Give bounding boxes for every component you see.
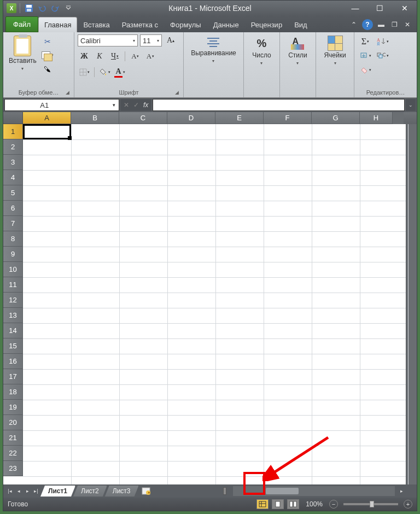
col-header-F[interactable]: F: [264, 112, 312, 124]
row-header-2[interactable]: 2: [3, 139, 23, 155]
fx-button[interactable]: fx: [143, 101, 148, 109]
col-header-H[interactable]: H: [360, 112, 393, 124]
horizontal-split-handle[interactable]: [220, 486, 231, 496]
workbook-minimize-button[interactable]: ▬: [376, 20, 386, 30]
col-header-B[interactable]: B: [71, 112, 119, 124]
tab-data[interactable]: Данные: [207, 17, 245, 32]
autosum-button[interactable]: Σ▾: [359, 36, 372, 48]
zoom-slider[interactable]: [343, 503, 398, 505]
fill-button[interactable]: ▾: [359, 50, 372, 62]
cells-area[interactable]: [23, 124, 406, 484]
clipboard-launcher[interactable]: ◢: [64, 90, 71, 96]
row-header-4[interactable]: 4: [3, 170, 23, 185]
sheet-tab-2[interactable]: Лист2: [73, 486, 107, 497]
excel-app-icon[interactable]: X: [7, 3, 16, 13]
sheet-nav-next[interactable]: ▸: [23, 486, 32, 496]
qat-redo-button[interactable]: [50, 3, 61, 14]
hscroll-right[interactable]: ▸: [397, 486, 406, 496]
fill-color-button[interactable]: ▾: [98, 66, 111, 78]
sheet-tab-1[interactable]: Лист1: [40, 486, 75, 497]
close-button[interactable]: ✕: [392, 1, 417, 16]
zoom-level[interactable]: 100%: [306, 500, 323, 508]
number-button[interactable]: Число▾: [250, 34, 273, 67]
vertical-scrollbar[interactable]: [406, 124, 417, 484]
italic-button[interactable]: К: [93, 50, 106, 62]
bold-button[interactable]: Ж: [78, 50, 91, 62]
row-header-23[interactable]: 23: [3, 461, 23, 476]
row-header-18[interactable]: 18: [3, 384, 23, 400]
font-size-combo[interactable]: 11▾: [140, 34, 162, 46]
view-page-break-button[interactable]: [287, 499, 299, 509]
row-header-1[interactable]: 1: [3, 124, 23, 139]
row-header-11[interactable]: 11: [3, 277, 23, 293]
sheet-nav-prev[interactable]: ◂: [14, 486, 23, 496]
sheet-nav-first[interactable]: |◂: [5, 486, 14, 496]
row-header-16[interactable]: 16: [3, 354, 23, 369]
grow-font-button[interactable]: A▴: [164, 34, 177, 46]
row-header-21[interactable]: 21: [3, 430, 23, 446]
formula-input[interactable]: [153, 99, 405, 111]
font-color-button[interactable]: A▾: [113, 66, 126, 78]
new-sheet-button[interactable]: ✶: [139, 486, 154, 496]
col-header-G[interactable]: G: [312, 112, 360, 124]
col-header-D[interactable]: D: [167, 112, 215, 124]
workbook-restore-button[interactable]: ❐: [389, 20, 399, 30]
tab-review[interactable]: Рецензир: [245, 17, 289, 32]
sort-filter-button[interactable]: AЯ▾: [376, 36, 389, 48]
maximize-button[interactable]: ☐: [368, 1, 392, 16]
minimize-button[interactable]: —: [343, 1, 368, 16]
tab-insert[interactable]: Вставка: [77, 17, 115, 32]
col-header-A[interactable]: A: [23, 112, 71, 124]
workbook-close-button[interactable]: ✕: [402, 20, 412, 30]
row-header-9[interactable]: 9: [3, 247, 23, 262]
tab-view[interactable]: Вид: [288, 17, 313, 32]
row-header-15[interactable]: 15: [3, 338, 23, 354]
zoom-out-button[interactable]: −: [329, 500, 338, 509]
cut-button[interactable]: [41, 36, 54, 48]
row-header-8[interactable]: 8: [3, 231, 23, 247]
tab-formulas[interactable]: Формулы: [164, 17, 207, 32]
expand-formula-bar-button[interactable]: ⌄: [406, 99, 416, 111]
row-header-22[interactable]: 22: [3, 446, 23, 461]
font-more-button[interactable]: A▾: [144, 50, 157, 62]
qat-customize-button[interactable]: [63, 3, 74, 14]
clear-button[interactable]: ▾: [359, 64, 372, 76]
minimize-ribbon-button[interactable]: ⌃: [349, 20, 359, 30]
select-all-button[interactable]: [3, 112, 23, 124]
alignment-button[interactable]: Выравнивание▾: [189, 34, 238, 65]
font-launcher[interactable]: ◢: [173, 90, 180, 96]
row-header-17[interactable]: 17: [3, 369, 23, 384]
help-button[interactable]: ?: [362, 19, 373, 30]
copy-button[interactable]: ▾: [41, 49, 54, 61]
row-header-20[interactable]: 20: [3, 415, 23, 430]
row-header-7[interactable]: 7: [3, 216, 23, 231]
tab-layout[interactable]: Разметка с: [116, 17, 164, 32]
sheet-tab-3[interactable]: Лист3: [105, 486, 139, 497]
row-header-5[interactable]: 5: [3, 185, 23, 201]
file-tab[interactable]: Файл: [5, 16, 38, 32]
view-normal-button[interactable]: [256, 499, 269, 509]
row-header-13[interactable]: 13: [3, 308, 23, 323]
find-select-button[interactable]: ▾: [376, 50, 389, 62]
tab-home[interactable]: Главная: [38, 17, 77, 32]
qat-save-button[interactable]: [24, 3, 34, 14]
zoom-in-button[interactable]: +: [404, 500, 412, 509]
format-painter-button[interactable]: [41, 63, 54, 75]
sheet-nav-last[interactable]: ▸|: [32, 486, 40, 496]
shrink-font-button[interactable]: A▾: [129, 50, 142, 62]
name-box[interactable]: A1▾: [4, 99, 119, 111]
styles-button[interactable]: Стили▾: [286, 34, 310, 67]
row-header-19[interactable]: 19: [3, 400, 23, 415]
row-header-12[interactable]: 12: [3, 293, 23, 308]
col-header-C[interactable]: C: [119, 112, 167, 124]
col-header-E[interactable]: E: [215, 112, 264, 124]
cells-button[interactable]: Ячейки▾: [322, 34, 348, 67]
row-header-14[interactable]: 14: [3, 323, 23, 338]
view-page-layout-button[interactable]: [272, 499, 284, 509]
row-header-10[interactable]: 10: [3, 262, 23, 277]
borders-button[interactable]: ▾: [78, 66, 91, 78]
horizontal-scrollbar[interactable]: [233, 486, 395, 496]
qat-undo-button[interactable]: [37, 3, 48, 14]
row-header-3[interactable]: 3: [3, 155, 23, 170]
underline-button[interactable]: Ч▾: [108, 50, 121, 62]
